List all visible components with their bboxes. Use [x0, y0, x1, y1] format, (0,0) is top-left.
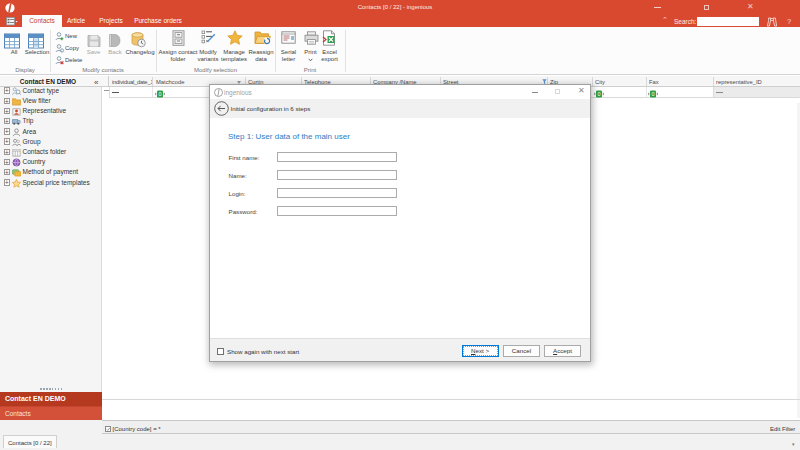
svg-text:0: 0: [651, 91, 654, 97]
svg-text:0: 0: [597, 91, 600, 97]
svg-text:0: 0: [158, 91, 161, 97]
